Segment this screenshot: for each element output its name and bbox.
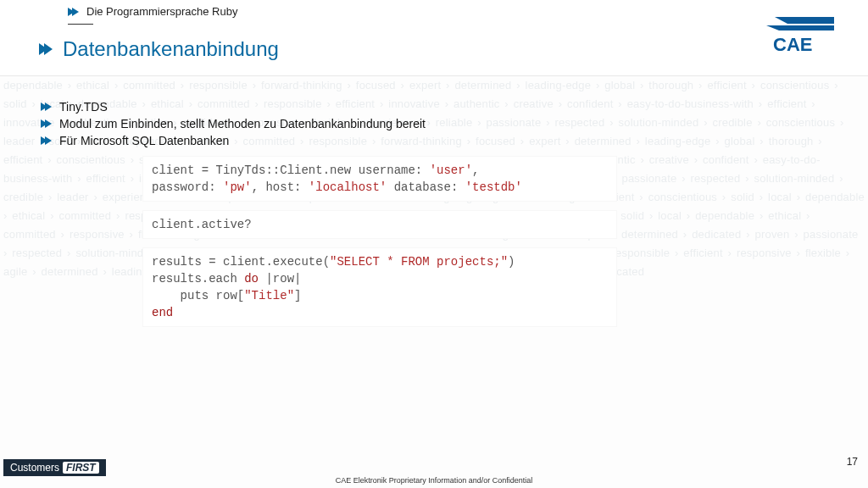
chevron-right-icon xyxy=(39,43,54,55)
bullet-item: Für Microsoft SQL Datenbanken xyxy=(41,134,827,147)
code-block-2: client.active? xyxy=(142,210,617,239)
chevron-right-icon xyxy=(41,103,53,111)
bullet-text: Modul zum Einbinden, stellt Methoden zu … xyxy=(59,117,426,130)
svg-text:CAE: CAE xyxy=(773,34,812,55)
code-block-1: client = TinyTds::Client.new username: '… xyxy=(142,156,617,202)
slide-body: Tiny.TDS Modul zum Einbinden, stellt Met… xyxy=(0,76,868,327)
svg-marker-5 xyxy=(766,25,834,30)
svg-marker-4 xyxy=(775,17,834,24)
chevron-right-icon xyxy=(68,8,80,16)
slide-header: Die Programmiersprache Ruby Datenbankena… xyxy=(0,0,868,76)
footer-badge-prefix: Customers xyxy=(10,462,59,474)
svg-marker-3 xyxy=(44,43,53,55)
bullet-text: Für Microsoft SQL Datenbanken xyxy=(59,134,229,147)
bullet-item: Modul zum Einbinden, stellt Methoden zu … xyxy=(41,117,827,130)
breadcrumb-text: Die Programmiersprache Ruby xyxy=(86,5,237,18)
svg-marker-1 xyxy=(72,8,79,16)
chevron-right-icon xyxy=(41,119,53,128)
title-row: Datenbankenanbindung xyxy=(39,37,279,61)
footer-confidential: CAE Elektronik Proprietary Information a… xyxy=(0,476,868,485)
footer-badge-em: FIRST xyxy=(63,462,99,474)
chevron-right-icon xyxy=(41,136,53,145)
bullet-text: Tiny.TDS xyxy=(59,100,108,114)
code-block-3: results = client.execute("SELECT * FROM … xyxy=(142,247,617,327)
page-title: Datenbankenanbindung xyxy=(63,37,279,61)
bullet-item: Tiny.TDS xyxy=(41,100,827,114)
svg-marker-8 xyxy=(45,103,52,111)
footer-badge: Customers FIRST xyxy=(3,459,106,476)
cae-logo: CAE xyxy=(749,15,843,58)
page-number: 17 xyxy=(847,456,858,468)
svg-marker-10 xyxy=(45,119,52,128)
svg-marker-12 xyxy=(45,136,52,145)
breadcrumb: Die Programmiersprache Ruby xyxy=(68,5,237,18)
